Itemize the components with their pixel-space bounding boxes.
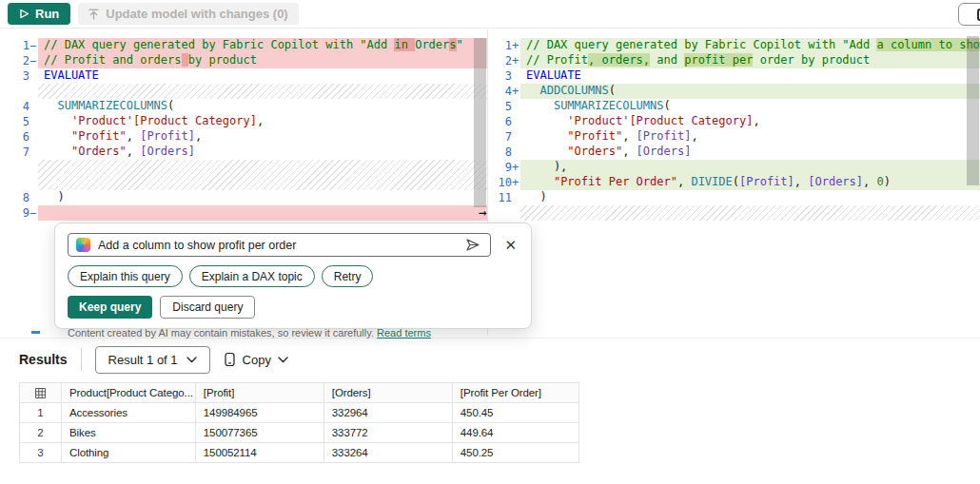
grid-icon-cell (20, 383, 62, 403)
data-cell: 333772 (323, 423, 452, 443)
send-icon (465, 238, 480, 252)
data-cell: 150077365 (195, 423, 323, 443)
code-line-content (38, 84, 487, 99)
copy-icon (224, 352, 236, 367)
results-bar: Results Result 1 of 1 Copy (0, 342, 288, 377)
data-cell: 333264 (323, 443, 452, 463)
data-cell: Bikes (62, 423, 196, 443)
upload-icon (88, 9, 99, 20)
run-button[interactable]: Run (8, 3, 70, 25)
play-icon (19, 9, 29, 19)
line-number-gutter: 5 (488, 99, 520, 114)
table-row[interactable]: 3Clothing150052114333264450.25 (20, 443, 579, 463)
code-line-content: "Profit", [Profit], (520, 129, 980, 145)
diff-line-right-4: 4+ ADDCOLUMNS( (488, 84, 980, 99)
update-model-label: Update model with changes (0) (106, 7, 287, 21)
diff-line-left-6: 6 "Profit", [Profit], (0, 129, 487, 145)
diff-line-right-6: 6 'Product'[Product Category], (488, 114, 980, 129)
code-line-content: // Profit and orders by product (38, 53, 487, 68)
discard-query-button[interactable]: Discard query (160, 296, 255, 319)
copilot-icon (76, 238, 90, 252)
code-line-content (520, 205, 980, 221)
keep-query-button[interactable]: Keep query (68, 296, 152, 319)
diff-filler-left-3 (0, 84, 487, 99)
copy-dropdown[interactable]: Copy (224, 352, 288, 367)
row-number-cell: 3 (20, 443, 62, 463)
data-cell: 149984965 (195, 403, 323, 423)
read-terms-link[interactable]: Read terms (377, 327, 431, 339)
code-line-content: "Orders", [Orders] (520, 145, 980, 160)
result-selector-dropdown[interactable]: Result 1 of 1 (95, 346, 210, 374)
disclaimer-text: Content created by AI may contain mistak… (68, 327, 374, 339)
column-header[interactable]: [Orders] (323, 383, 452, 403)
grid-icon (34, 387, 47, 399)
explain-query-button[interactable]: Explain this query (68, 265, 183, 287)
line-number-gutter: 11 (488, 190, 520, 205)
code-line-content: ) (38, 190, 487, 205)
diff-filler-right-11 (488, 205, 980, 221)
line-number-gutter: 3 (0, 68, 38, 84)
row-number-cell: 1 (20, 403, 62, 423)
line-number-gutter: 4+ (488, 84, 520, 99)
diff-line-right-1: 1+// DAX query generated by Fabric Copil… (488, 38, 980, 53)
copilot-prompt-input[interactable] (98, 239, 456, 252)
line-number-gutter (0, 84, 38, 99)
code-line-content: SUMMARIZECOLUMNS( (38, 99, 487, 114)
column-header[interactable]: Product[Product Catego... (62, 383, 196, 403)
diff-line-left-9: 9− (0, 205, 487, 221)
update-model-button[interactable]: Update model with changes (0) (78, 3, 298, 25)
diff-pane-original[interactable]: 1−// DAX query generated by Fabric Copil… (0, 38, 487, 221)
send-button[interactable] (463, 238, 482, 252)
diff-line-right-7: 7 "Profit", [Profit], (488, 129, 980, 145)
line-number-gutter: 2+ (488, 53, 520, 68)
code-line-content: ADDCOLUMNS( (520, 84, 980, 99)
column-header[interactable]: [Profit Per Order] (452, 383, 578, 403)
chevron-down-icon (186, 357, 197, 363)
toolbar-partial-button[interactable] (958, 3, 980, 26)
code-line-content: 'Product'[Product Category], (38, 114, 487, 129)
diff-line-left-8: 8 ) (0, 190, 487, 205)
close-icon[interactable]: ✕ (504, 237, 517, 254)
column-header[interactable]: [Profit] (195, 383, 323, 403)
diff-line-right-8: 8 "Orders", [Orders] (488, 145, 980, 160)
diff-line-right-5: 5 SUMMARIZECOLUMNS( (488, 99, 980, 114)
right-scrollbar[interactable] (967, 36, 979, 185)
code-line-content: ), (520, 160, 980, 175)
code-line-content (38, 160, 487, 190)
data-cell: 332964 (323, 403, 452, 423)
copilot-prompt-box[interactable] (68, 233, 491, 257)
copy-label: Copy (243, 353, 271, 367)
diff-pane-modified[interactable]: 1+// DAX query generated by Fabric Copil… (488, 38, 980, 221)
line-number-gutter (488, 205, 520, 221)
table-row[interactable]: 2Bikes150077365333772449.64 (20, 423, 579, 443)
retry-button[interactable]: Retry (322, 265, 374, 287)
line-number-gutter: 6 (488, 114, 520, 129)
code-line-content: EVALUATE (520, 68, 980, 84)
result-selector-label: Result 1 of 1 (108, 353, 178, 367)
data-cell: 450.25 (452, 443, 578, 463)
code-line-content: "Orders", [Orders] (38, 145, 487, 160)
line-number-gutter: 10+ (488, 175, 520, 190)
ai-disclaimer: Content created by AI may contain mistak… (68, 327, 519, 339)
toolbar: Run Update model with changes (0) (0, 0, 980, 29)
line-number-gutter: 4 (0, 99, 38, 114)
diff-line-right-11: 11 ) (488, 190, 980, 205)
left-scrollbar[interactable] (474, 38, 486, 207)
diff-line-left-3: 3EVALUATE (0, 68, 487, 84)
explain-dax-topic-button[interactable]: Explain a DAX topic (189, 265, 315, 287)
arrow-right-icon[interactable]: → (479, 204, 486, 220)
diff-line-left-7: 7 "Orders", [Orders] (0, 145, 487, 160)
code-line-content: // DAX query generated by Fabric Copilot… (520, 38, 980, 53)
diff-line-right-3: 3EVALUATE (488, 68, 980, 84)
data-cell: 450.45 (452, 403, 578, 423)
chevron-down-icon (278, 357, 288, 363)
table-row[interactable]: 1Accessories149984965332964450.45 (20, 403, 579, 423)
code-line-content: "Profit", [Profit], (38, 129, 487, 145)
data-cell: Clothing (62, 443, 196, 463)
code-line-content: SUMMARIZECOLUMNS( (520, 99, 980, 114)
row-number-cell: 2 (20, 423, 62, 443)
results-title: Results (19, 352, 68, 367)
line-number-gutter: 5 (0, 114, 38, 129)
diff-line-right-2: 2+// Profit, orders, and profit per orde… (488, 53, 980, 68)
data-cell: 449.64 (452, 423, 578, 443)
